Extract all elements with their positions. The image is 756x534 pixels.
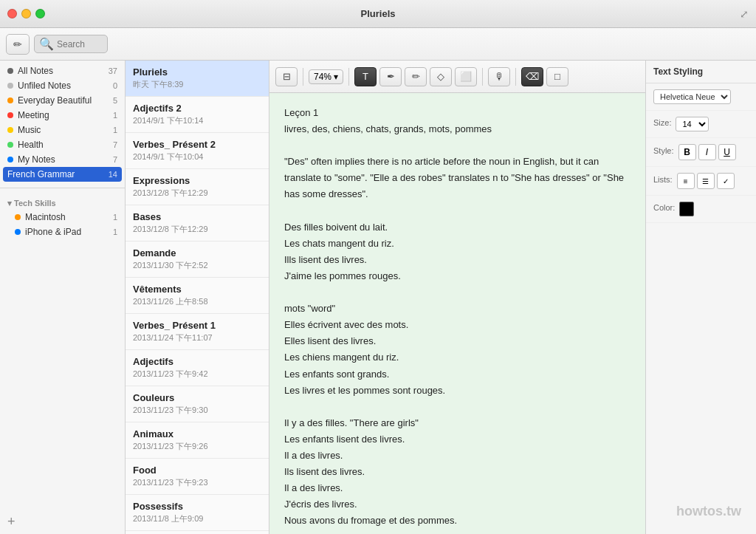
search-input[interactable] — [57, 39, 116, 49]
note-title-5: Demande — [133, 247, 261, 259]
note-date-10: 2013/11/23 下午9:26 — [133, 441, 261, 452]
editor-content[interactable]: Leçon 1 livres, des, chiens, chats, gran… — [269, 93, 645, 534]
music-dot — [7, 127, 13, 133]
close-button[interactable] — [7, 9, 17, 18]
note-item-12[interactable]: Possessifs 2013/11/8 上午9:09 — [126, 495, 269, 531]
select-tool-button[interactable]: ⬜ — [455, 67, 477, 86]
pen-tool-button[interactable]: ✒ — [379, 67, 402, 86]
mynotes-count: 7 — [113, 155, 117, 164]
note-title-11: Food — [133, 465, 261, 476]
iphone-ipad-count: 1 — [113, 227, 117, 236]
sidebar-top-section: All Notes 37 Unfiled Notes 0 Everyday Be… — [0, 61, 125, 185]
shape-tool-button[interactable]: ◇ — [430, 67, 452, 86]
note-date-0: 昨天 下午8:39 — [133, 79, 261, 90]
underline-icon: U — [724, 147, 730, 157]
resize-icon[interactable]: ⤢ — [740, 8, 749, 20]
ordered-list-icon: ☰ — [702, 177, 709, 185]
eraser-button[interactable]: ⌫ — [521, 67, 543, 86]
sidebar-item-unfiled[interactable]: Unfiled Notes 0 — [0, 78, 125, 93]
sidebar-item-health[interactable]: Health 7 — [0, 137, 125, 152]
unfiled-count: 0 — [113, 81, 117, 90]
note-title-8: Adjectifs — [133, 356, 261, 367]
note-date-8: 2013/11/23 下午9:42 — [133, 369, 261, 380]
meeting-label: Meeting — [18, 110, 109, 120]
add-folder-button[interactable]: + — [0, 510, 125, 534]
sidebar-item-french-grammar[interactable]: French Grammar 14 — [3, 167, 122, 182]
window-title: Pluriels — [361, 8, 396, 19]
share-button[interactable]: □ — [546, 67, 568, 86]
italic-button[interactable]: I — [698, 144, 716, 160]
sidebar-item-iphone-ipad[interactable]: iPhone & iPad 1 — [0, 225, 125, 239]
note-date-2: 2014/9/1 下午10:04 — [133, 151, 261, 162]
note-title-3: Expressions — [133, 175, 261, 186]
new-note-button[interactable]: ✏ — [6, 34, 30, 55]
bold-icon: B — [684, 147, 690, 157]
search-icon: 🔍 — [39, 37, 54, 51]
editor-wrapper: ⊟ 74% ▾ T ✒ ✏ ◇ ⬜ — [269, 61, 645, 534]
bold-button[interactable]: B — [678, 144, 696, 160]
lists-label: Lists: — [653, 175, 673, 184]
lists-control: Lists: ≡ ☰ ✓ — [653, 173, 749, 189]
checklist-button[interactable]: ✓ — [717, 173, 735, 189]
text-styling-panel: Text Styling Helvetica Neue Size: 14 Sty… — [645, 61, 756, 534]
size-select[interactable]: 14 — [676, 117, 709, 131]
note-item-9[interactable]: Couleurs 2013/11/23 下午9:30 — [126, 386, 269, 422]
note-title-10: Animaux — [133, 428, 261, 439]
font-select[interactable]: Helvetica Neue — [653, 89, 731, 104]
marker-tool-button[interactable]: ✏ — [405, 67, 427, 86]
main-layout: All Notes 37 Unfiled Notes 0 Everyday Be… — [0, 61, 756, 534]
sidebar-item-everyday[interactable]: Everyday Beautiful 5 — [0, 93, 125, 108]
note-item-0[interactable]: Pluriels 昨天 下午8:39 — [126, 61, 269, 97]
everyday-label: Everyday Beautiful — [18, 95, 109, 106]
color-swatch[interactable] — [679, 202, 694, 216]
underline-button[interactable]: U — [718, 144, 736, 160]
note-item-10[interactable]: Animaux 2013/11/23 下午9:26 — [126, 422, 269, 459]
text-tool-button[interactable]: T — [354, 67, 377, 86]
note-item-1[interactable]: Adjectifs 2 2014/9/1 下午10:14 — [126, 97, 269, 133]
ordered-list-button[interactable]: ☰ — [697, 173, 715, 189]
text-icon: T — [362, 71, 368, 82]
note-item-2[interactable]: Verbes_ Présent 2 2014/9/1 下午10:04 — [126, 133, 269, 169]
meeting-count: 1 — [113, 111, 117, 120]
color-section: Color: — [646, 196, 756, 223]
note-title-9: Couleurs — [133, 392, 261, 403]
editor-text: Leçon 1 livres, des, chiens, chats, gran… — [284, 105, 630, 534]
note-title-1: Adjectifs 2 — [133, 103, 261, 114]
audio-button[interactable]: 🎙 — [488, 67, 510, 86]
sidebar-item-macintosh[interactable]: Macintosh 1 — [0, 210, 125, 225]
note-item-5[interactable]: Demande 2013/11/30 下午2:52 — [126, 242, 269, 278]
editor-toolbar: ⊟ 74% ▾ T ✒ ✏ ◇ ⬜ — [269, 61, 645, 93]
sidebar-item-meeting[interactable]: Meeting 1 — [0, 108, 125, 123]
note-title-0: Pluriels — [133, 66, 261, 78]
note-item-6[interactable]: Vêtements 2013/11/26 上午8:58 — [126, 278, 269, 314]
sidebar-item-mynotes[interactable]: My Notes 7 — [0, 152, 125, 167]
everyday-dot — [7, 97, 13, 103]
note-item-13[interactable]: French from Duolingo 2013/11/8 上午8:55 — [126, 531, 269, 534]
font-section: Helvetica Neue — [646, 83, 756, 111]
note-item-8[interactable]: Adjectifs 2013/11/23 下午9:42 — [126, 350, 269, 386]
note-item-11[interactable]: Food 2013/11/23 下午9:23 — [126, 459, 269, 495]
note-item-4[interactable]: Bases 2013/12/8 下午12:29 — [126, 205, 269, 242]
sidebar-item-all-notes[interactable]: All Notes 37 — [0, 64, 125, 78]
macintosh-dot — [15, 214, 21, 220]
search-bar[interactable]: 🔍 — [34, 35, 108, 53]
note-item-3[interactable]: Expressions 2013/12/8 下午12:29 — [126, 169, 269, 205]
maximize-button[interactable] — [35, 9, 45, 18]
sidebar-item-music[interactable]: Music 1 — [0, 123, 125, 137]
unordered-list-button[interactable]: ≡ — [677, 173, 695, 189]
note-item-7[interactable]: Verbes_ Présent 1 2013/11/24 下午11:07 — [126, 314, 269, 350]
french-grammar-count: 14 — [109, 170, 117, 179]
minimize-button[interactable] — [21, 9, 31, 18]
toolbar-separator-4 — [515, 68, 516, 86]
note-date-11: 2013/11/23 下午9:23 — [133, 477, 261, 488]
color-label: Color: — [653, 203, 675, 212]
mynotes-label: My Notes — [18, 154, 109, 165]
note-title-2: Verbes_ Présent 2 — [133, 139, 261, 150]
all-notes-label: All Notes — [18, 66, 104, 76]
sidebar-toggle-button[interactable]: ⊟ — [275, 67, 298, 86]
notes-list: Pluriels 昨天 下午8:39 Adjectifs 2 2014/9/1 … — [126, 61, 269, 534]
style-control: Style: B I U — [653, 144, 749, 160]
style-buttons: B I U — [678, 144, 736, 160]
note-date-7: 2013/11/24 下午11:07 — [133, 332, 261, 343]
zoom-control[interactable]: 74% ▾ — [309, 69, 343, 84]
